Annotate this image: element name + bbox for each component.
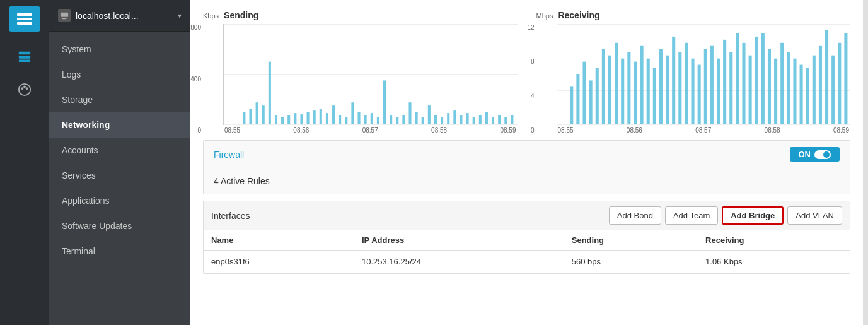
svg-rect-13 bbox=[62, 18, 67, 19]
sending-svg bbox=[224, 24, 518, 124]
sidebar-header[interactable]: localhost.local... ▾ bbox=[49, 0, 190, 32]
svg-rect-1 bbox=[17, 18, 32, 20]
svg-rect-74 bbox=[678, 52, 681, 124]
firewall-toggle[interactable]: ON bbox=[790, 147, 840, 162]
firewall-header: Firewall ON bbox=[204, 141, 850, 168]
sidebar-item-logs[interactable]: Logs bbox=[49, 62, 190, 87]
svg-rect-19 bbox=[275, 115, 277, 124]
sidebar-item-system[interactable]: System bbox=[49, 37, 190, 62]
svg-rect-95 bbox=[812, 56, 815, 124]
svg-rect-76 bbox=[691, 59, 694, 124]
interfaces-section: Interfaces Add Bond Add Team Add Bridge … bbox=[203, 201, 850, 274]
svg-rect-17 bbox=[262, 105, 265, 124]
receiving-xaxis: 08:55 08:56 08:57 08:58 08:59 bbox=[557, 127, 851, 134]
svg-rect-59 bbox=[582, 62, 586, 124]
svg-rect-83 bbox=[736, 33, 739, 124]
sidebar-item-software-updates[interactable]: Software Updates bbox=[49, 213, 190, 239]
receiving-svg bbox=[557, 24, 851, 124]
svg-rect-75 bbox=[685, 43, 688, 124]
svg-rect-84 bbox=[742, 43, 745, 124]
svg-rect-100 bbox=[844, 33, 847, 124]
svg-rect-24 bbox=[307, 112, 310, 124]
svg-rect-40 bbox=[408, 102, 411, 124]
svg-rect-34 bbox=[371, 113, 373, 124]
sidebar-item-storage[interactable]: Storage bbox=[49, 87, 190, 112]
col-receiving: Receiving bbox=[698, 230, 850, 251]
svg-rect-98 bbox=[831, 56, 835, 124]
sidebar-nav: System Logs Storage Networking Accounts … bbox=[49, 32, 190, 325]
svg-rect-80 bbox=[716, 59, 719, 124]
svg-rect-38 bbox=[396, 117, 398, 124]
svg-rect-90 bbox=[780, 43, 784, 124]
svg-point-9 bbox=[21, 87, 24, 90]
svg-rect-71 bbox=[659, 49, 662, 124]
col-name: Name bbox=[204, 230, 354, 251]
server-nav-icon[interactable] bbox=[9, 43, 40, 71]
svg-rect-66 bbox=[627, 52, 630, 124]
receiving-title: Receiving bbox=[558, 10, 599, 20]
svg-rect-62 bbox=[601, 49, 605, 124]
firewall-rules-text: 4 Active Rules bbox=[204, 168, 850, 194]
firewall-link[interactable]: Firewall bbox=[214, 150, 244, 160]
sending-chart: Kbps Sending 800 400 0 bbox=[203, 10, 518, 134]
svg-rect-92 bbox=[793, 59, 796, 124]
col-ip: IP Address bbox=[354, 230, 564, 251]
svg-rect-20 bbox=[281, 117, 284, 124]
svg-rect-87 bbox=[761, 33, 764, 124]
interfaces-label: Interfaces bbox=[211, 211, 250, 221]
svg-rect-89 bbox=[774, 59, 777, 124]
toggle-slider bbox=[814, 150, 831, 159]
svg-rect-41 bbox=[415, 112, 418, 124]
interfaces-table: Name IP Address Sending Receiving enp0s3… bbox=[204, 230, 850, 273]
svg-rect-5 bbox=[19, 60, 30, 62]
sending-title: Sending bbox=[224, 10, 258, 20]
svg-rect-0 bbox=[17, 13, 32, 16]
svg-rect-93 bbox=[799, 65, 802, 124]
sending-yaxis: 800 400 0 bbox=[190, 24, 201, 134]
sidebar-item-services[interactable]: Services bbox=[49, 163, 190, 188]
sending-xaxis: 08:55 08:56 08:57 08:58 08:59 bbox=[223, 127, 518, 134]
svg-rect-73 bbox=[672, 37, 675, 124]
sidebar-item-networking[interactable]: Networking bbox=[49, 112, 190, 138]
svg-rect-64 bbox=[615, 43, 618, 124]
sidebar-item-applications[interactable]: Applications bbox=[49, 188, 190, 213]
svg-rect-94 bbox=[806, 68, 809, 124]
svg-point-10 bbox=[23, 86, 26, 88]
scrollbar[interactable] bbox=[863, 0, 868, 325]
chevron-down-icon: ▾ bbox=[178, 11, 182, 20]
charts-row: Kbps Sending 800 400 0 bbox=[190, 0, 863, 140]
svg-rect-47 bbox=[453, 110, 456, 124]
add-team-button[interactable]: Add Team bbox=[665, 206, 718, 225]
palette-nav-icon[interactable] bbox=[9, 76, 40, 103]
interfaces-buttons: Add Bond Add Team Add Bridge Add VLAN bbox=[609, 206, 842, 225]
svg-rect-18 bbox=[269, 62, 271, 124]
svg-rect-45 bbox=[441, 117, 443, 124]
svg-rect-30 bbox=[345, 117, 347, 124]
add-vlan-button[interactable]: Add VLAN bbox=[787, 206, 842, 225]
receiving-chart: Mbps Receiving 12 8 4 0 bbox=[536, 10, 851, 134]
svg-rect-43 bbox=[428, 105, 431, 124]
row-receiving: 1.06 Kbps bbox=[698, 251, 850, 273]
svg-rect-39 bbox=[402, 115, 405, 124]
add-bond-button[interactable]: Add Bond bbox=[609, 206, 661, 225]
svg-rect-79 bbox=[710, 46, 713, 124]
receiving-unit: Mbps bbox=[536, 12, 553, 20]
svg-rect-54 bbox=[498, 115, 501, 124]
svg-rect-42 bbox=[422, 117, 424, 124]
svg-rect-14 bbox=[243, 112, 245, 124]
sidebar-item-accounts[interactable]: Accounts bbox=[49, 138, 190, 163]
sidebar-item-terminal[interactable]: Terminal bbox=[49, 239, 190, 264]
svg-rect-81 bbox=[723, 40, 726, 124]
svg-rect-82 bbox=[729, 52, 732, 124]
receiving-chart-area bbox=[557, 24, 851, 125]
svg-rect-86 bbox=[755, 37, 758, 124]
sending-unit: Kbps bbox=[203, 12, 219, 20]
svg-rect-32 bbox=[358, 112, 361, 124]
svg-rect-28 bbox=[332, 105, 335, 124]
svg-rect-25 bbox=[313, 110, 316, 124]
receiving-yaxis: 12 8 4 0 bbox=[519, 24, 535, 134]
host-icon bbox=[58, 9, 71, 22]
add-bridge-button[interactable]: Add Bridge bbox=[722, 206, 784, 225]
svg-point-11 bbox=[26, 87, 28, 90]
svg-rect-60 bbox=[589, 80, 592, 124]
